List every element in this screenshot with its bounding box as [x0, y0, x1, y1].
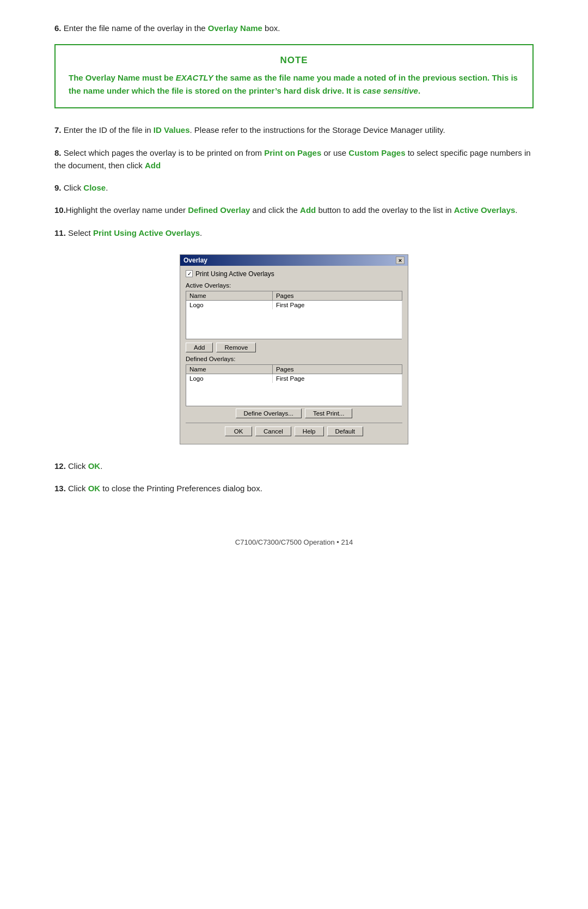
step-7-highlight: ID Values [154, 125, 190, 135]
overlay-dialog: Overlay × ✓ Print Using Active Overlays … [180, 254, 408, 444]
step-10-highlight2: Add [300, 205, 316, 215]
step-9-highlight: Close [83, 183, 106, 192]
step-8: 8. Select which pages the overlay is to … [54, 147, 534, 172]
defined-name-header: Name [186, 365, 273, 374]
step-8-text-mid: or use [321, 148, 348, 157]
defined-overlay-pages-0: First Page [272, 374, 402, 383]
step-12-highlight: OK [88, 461, 101, 471]
active-overlays-label: Active Overlays: [186, 282, 402, 289]
add-button[interactable]: Add [186, 343, 213, 352]
footer-text: C7100/C7300/C7500 Operation • 214 [235, 538, 353, 546]
bottom-btn-row: OK Cancel Help Default [186, 423, 402, 438]
defined-overlay-empty-row3 [186, 398, 402, 406]
print-using-label: Print Using Active Overlays [195, 270, 274, 278]
step-12-text-after: . [100, 461, 102, 471]
active-overlays-table: Name Pages Logo First Page [186, 291, 402, 340]
step-8-text-before: Select which pages the overlay is to be … [64, 148, 265, 157]
defined-overlay-row-0[interactable]: Logo First Page [186, 374, 402, 383]
step-10-text-mid2: button to add the overlay to the list in [316, 205, 454, 215]
define-overlays-button[interactable]: Define Overlays... [236, 408, 302, 418]
step-13: 13. Click OK to close the Printing Prefe… [54, 482, 534, 495]
cancel-button[interactable]: Cancel [255, 426, 291, 436]
step-7-text-after: . Please refer to the instructions for t… [189, 125, 445, 135]
help-button[interactable]: Help [295, 426, 324, 436]
step-13-num: 13. [54, 484, 66, 493]
step-9-text-after: . [106, 183, 108, 192]
step-6: 6. Enter the file name of the overlay in… [54, 22, 534, 34]
step-12: 12. Click OK. [54, 460, 534, 472]
step-9-num: 9. [54, 183, 62, 192]
note-title: NOTE [69, 55, 519, 66]
defined-overlay-empty-row1 [186, 383, 402, 391]
step-13-highlight: OK [88, 484, 101, 493]
step-11-text-after: . [200, 228, 202, 237]
step-6-num: 6. [54, 23, 62, 33]
active-overlay-pages-0: First Page [272, 300, 402, 309]
print-using-checkbox[interactable]: ✓ [186, 270, 193, 277]
step-6-text-before: Enter the file name of the overlay in th… [64, 23, 208, 33]
dialog-wrapper: Overlay × ✓ Print Using Active Overlays … [180, 254, 408, 444]
step-10-num: 10. [54, 205, 66, 215]
step-10: 10.Highlight the overlay name under Defi… [54, 204, 534, 216]
defined-overlays-table: Name Pages Logo First Page [186, 364, 402, 406]
step-11-highlight: Print Using Active Overlays [93, 228, 200, 237]
step-13-text-before: Click [68, 484, 88, 493]
note-body: The Overlay Name must be EXACTLY the sam… [69, 71, 519, 97]
note-body-end: . [418, 86, 420, 95]
defined-overlay-name-0: Logo [186, 374, 273, 383]
step-6-highlight: Overlay Name [208, 23, 262, 33]
add-remove-btn-row: Add Remove [186, 343, 402, 352]
active-overlay-name-0: Logo [186, 300, 273, 309]
step-7-text-before: Enter the ID of the file in [64, 125, 154, 135]
define-test-btn-row: Define Overlays... Test Print... [186, 408, 402, 418]
step-8-highlight1: Print on Pages [264, 148, 321, 157]
test-print-button[interactable]: Test Print... [305, 408, 353, 418]
step-8-highlight3: Add [145, 161, 161, 170]
step-12-num: 12. [54, 461, 66, 471]
step-10-highlight1: Defined Overlay [188, 205, 250, 215]
step-11-num: 11. [54, 228, 66, 237]
dialog-close-button[interactable]: × [396, 257, 405, 264]
active-pages-header: Pages [272, 291, 402, 300]
defined-pages-header: Pages [272, 365, 402, 374]
step-11: 11. Select Print Using Active Overlays. [54, 227, 534, 239]
dialog-title: Overlay [183, 257, 207, 264]
note-body-italic: EXACTLY [176, 73, 213, 82]
note-body-bold: The Overlay Name must be [69, 73, 176, 82]
active-overlay-row-0[interactable]: Logo First Page [186, 300, 402, 309]
step-10-text-after: . [515, 205, 517, 215]
dialog-titlebar: Overlay × [180, 255, 408, 266]
step-12-text-before: Click [68, 461, 88, 471]
step-9-text-before: Click [64, 183, 84, 192]
step-6-text-after: box. [262, 23, 280, 33]
default-button[interactable]: Default [327, 426, 363, 436]
step-10-text-mid: and click the [250, 205, 300, 215]
step-8-num: 8. [54, 148, 62, 157]
step-7: 7. Enter the ID of the file in ID Values… [54, 124, 534, 136]
step-11-text-before: Select [68, 228, 93, 237]
print-using-checkbox-row[interactable]: ✓ Print Using Active Overlays [186, 270, 402, 278]
step-10-text-before: Highlight the overlay name under [66, 205, 188, 215]
note-body-italic2: case sensitive [363, 86, 418, 95]
dialog-content: ✓ Print Using Active Overlays Active Ove… [180, 266, 408, 444]
defined-overlays-label: Defined Overlays: [186, 356, 402, 362]
step-7-num: 7. [54, 125, 62, 135]
step-10-highlight3: Active Overlays [454, 205, 516, 215]
active-name-header: Name [186, 291, 273, 300]
defined-overlay-empty-row2 [186, 391, 402, 398]
ok-button[interactable]: OK [225, 426, 252, 436]
footer: C7100/C7300/C7500 Operation • 214 [54, 538, 534, 546]
remove-button[interactable]: Remove [216, 343, 256, 352]
step-8-highlight2: Custom Pages [348, 148, 405, 157]
step-13-text-after: to close the Printing Preferences dialog… [100, 484, 262, 493]
step-9: 9. Click Close. [54, 181, 534, 194]
note-box: NOTE The Overlay Name must be EXACTLY th… [54, 44, 534, 108]
active-overlay-empty-row [186, 309, 402, 339]
